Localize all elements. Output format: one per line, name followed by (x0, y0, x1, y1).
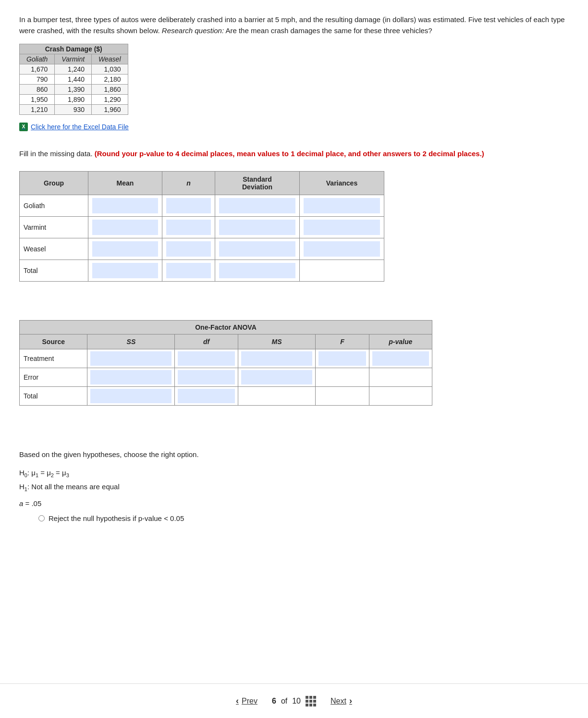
summary-stdev-varmint-cell[interactable] (215, 216, 300, 238)
intro-paragraph: In a bumper test, three types of autos w… (19, 14, 569, 36)
anova-ss-error-cell[interactable] (87, 368, 175, 386)
anova-f-treatment-input[interactable] (318, 351, 366, 366)
summary-var-goliath-cell[interactable] (300, 195, 384, 216)
anova-col-source: Source (20, 334, 87, 349)
cell-varmint-4: 1,890 (55, 95, 92, 105)
summary-var-varmint-cell[interactable] (300, 216, 384, 238)
summary-stdev-goliath-input[interactable] (219, 198, 295, 213)
radio-reject-null[interactable] (38, 515, 45, 521)
summary-mean-varmint-input[interactable] (92, 220, 158, 235)
prev-arrow-icon: ‹ (236, 696, 239, 706)
anova-df-total-cell[interactable] (175, 386, 238, 405)
anova-row-total: Total (20, 386, 432, 405)
anova-ms-total-empty (238, 386, 316, 405)
next-label: Next (331, 697, 346, 706)
alpha-text: a = .05 (19, 499, 41, 508)
summary-label-varmint: Varmint (20, 216, 88, 238)
table-row: 790 1,440 2,180 (20, 74, 128, 85)
anova-df-error-cell[interactable] (175, 368, 238, 386)
cell-varmint-5: 930 (55, 105, 92, 115)
radio-option-1[interactable]: Reject the null hypothesis if p-value < … (19, 514, 569, 522)
summary-col-n: n (162, 171, 215, 195)
summary-mean-goliath-cell[interactable] (88, 195, 162, 216)
anova-ss-total-input[interactable] (90, 389, 172, 403)
cell-goliath-4: 1,950 (20, 95, 55, 105)
cell-weasel-5: 1,960 (92, 105, 128, 115)
summary-stdev-weasel-input[interactable] (219, 241, 295, 257)
anova-f-error-empty (316, 368, 369, 386)
summary-col-group: Group (20, 171, 88, 195)
cell-goliath-3: 860 (20, 85, 55, 95)
summary-n-weasel-cell[interactable] (162, 238, 215, 260)
anova-ms-treatment-input[interactable] (241, 351, 313, 366)
summary-mean-goliath-input[interactable] (92, 198, 158, 213)
summary-mean-varmint-cell[interactable] (88, 216, 162, 238)
excel-link-anchor[interactable]: X Click here for the Excel Data File (19, 123, 129, 131)
anova-df-treatment-cell[interactable] (175, 349, 238, 368)
summary-mean-total-input[interactable] (92, 263, 158, 278)
summary-mean-weasel-cell[interactable] (88, 238, 162, 260)
summary-var-goliath-input[interactable] (304, 198, 380, 213)
n-label: n (186, 179, 191, 187)
summary-var-weasel-cell[interactable] (300, 238, 384, 260)
anova-ms-treatment-cell[interactable] (238, 349, 316, 368)
excel-link[interactable]: X Click here for the Excel Data File (19, 122, 569, 140)
anova-df-treatment-input[interactable] (178, 351, 234, 366)
anova-pvalue-error-empty (369, 368, 432, 386)
grid-menu-icon[interactable] (306, 696, 316, 706)
summary-var-weasel-input[interactable] (304, 241, 380, 257)
next-arrow-icon: › (349, 696, 352, 706)
summary-n-goliath-cell[interactable] (162, 195, 215, 216)
next-button[interactable]: Next › (331, 696, 352, 706)
cell-varmint-3: 1,390 (55, 85, 92, 95)
cell-varmint-1: 1,240 (55, 64, 92, 74)
crash-data-table-wrapper: Crash Damage ($) Goliath Varmint Weasel … (19, 44, 569, 115)
anova-df-error-input[interactable] (178, 370, 234, 384)
summary-n-weasel-input[interactable] (166, 241, 211, 257)
anova-pvalue-treatment-input[interactable] (372, 351, 429, 366)
summary-row-total: Total (20, 260, 384, 281)
crash-data-table: Crash Damage ($) Goliath Varmint Weasel … (19, 44, 128, 115)
summary-row-varmint: Varmint (20, 216, 384, 238)
cell-weasel-3: 1,860 (92, 85, 128, 95)
excel-icon: X (19, 123, 28, 131)
summary-mean-weasel-input[interactable] (92, 241, 158, 257)
summary-stdev-varmint-input[interactable] (219, 220, 295, 235)
summary-n-varmint-input[interactable] (166, 220, 211, 235)
summary-stdev-total-cell[interactable] (215, 260, 300, 281)
summary-stdev-goliath-cell[interactable] (215, 195, 300, 216)
anova-table: Source SS df MS F p-value Treatment (19, 334, 432, 406)
anova-ss-error-input[interactable] (90, 370, 172, 384)
summary-mean-total-cell[interactable] (88, 260, 162, 281)
cell-goliath-1: 1,670 (20, 64, 55, 74)
summary-stdev-weasel-cell[interactable] (215, 238, 300, 260)
anova-ms-error-cell[interactable] (238, 368, 316, 386)
anova-row-treatment: Treatment (20, 349, 432, 368)
excel-link-text: Click here for the Excel Data File (31, 123, 129, 131)
anova-f-total-empty (316, 386, 369, 405)
anova-ss-treatment-input[interactable] (90, 351, 172, 366)
anova-f-treatment-cell[interactable] (316, 349, 369, 368)
summary-var-varmint-input[interactable] (304, 220, 380, 235)
summary-n-total-cell[interactable] (162, 260, 215, 281)
h1-line: H1: Not all the means are equal (19, 480, 569, 495)
of-label: of (281, 697, 287, 706)
summary-n-goliath-input[interactable] (166, 198, 211, 213)
anova-df-total-input[interactable] (178, 389, 234, 403)
anova-pvalue-treatment-cell[interactable] (369, 349, 432, 368)
prev-button[interactable]: ‹ Prev (236, 696, 257, 706)
summary-col-mean: Mean (88, 171, 162, 195)
anova-ms-error-input[interactable] (241, 370, 313, 384)
summary-n-varmint-cell[interactable] (162, 216, 215, 238)
anova-title: One-Factor ANOVA (19, 320, 432, 334)
anova-ss-total-cell[interactable] (87, 386, 175, 405)
anova-col-ms: MS (238, 334, 316, 349)
summary-col-variances: Variances (300, 171, 384, 195)
anova-ss-treatment-cell[interactable] (87, 349, 175, 368)
h1-text: H1: Not all the means are equal (19, 483, 120, 491)
col-header-weasel: Weasel (92, 54, 128, 64)
summary-label-goliath: Goliath (20, 195, 88, 216)
radio-reject-null-label: Reject the null hypothesis if p-value < … (49, 514, 184, 522)
summary-n-total-input[interactable] (166, 263, 211, 278)
summary-stdev-total-input[interactable] (219, 263, 295, 278)
